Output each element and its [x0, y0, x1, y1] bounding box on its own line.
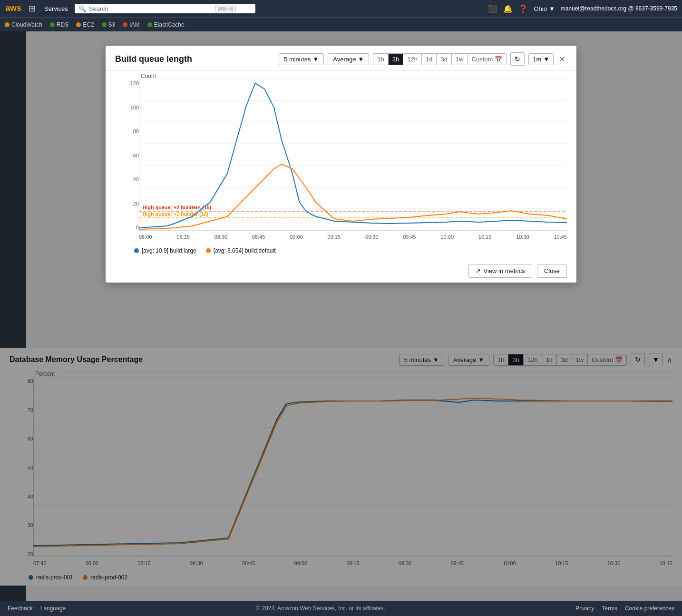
period-1d-button[interactable]: 1d: [422, 54, 437, 65]
terminal-icon[interactable]: ⬛: [488, 4, 497, 13]
x-label-0800: 08:00: [139, 234, 152, 240]
time-granularity-selector[interactable]: 5 minutes ▼: [279, 53, 324, 65]
sidebar-item-cloudwatch[interactable]: CloudWatch: [5, 21, 42, 28]
x-label-1000: 10:00: [441, 234, 454, 240]
legend-item-large: [avg: 10.9] build:large: [134, 247, 196, 254]
top-navigation: aws ⊞ Services 🔍 [Alt+S] ⬛ 🔔 ❓ Ohio ▼ ma…: [0, 0, 682, 17]
bell-icon[interactable]: 🔔: [503, 4, 513, 13]
y-label-80: 80: [133, 128, 139, 134]
period-3d-button[interactable]: 3d: [437, 54, 451, 65]
help-icon[interactable]: ❓: [518, 4, 528, 13]
user-menu[interactable]: manuel@readthedocs.org @ 8637-3599-7935: [561, 5, 677, 12]
rds-label: RDS: [57, 21, 68, 28]
sidebar-item-ec2[interactable]: EC2: [76, 21, 94, 28]
chevron-down-icon: ▼: [549, 5, 555, 12]
chevron-down-icon: ▼: [543, 56, 549, 63]
grid-icon[interactable]: ⊞: [27, 2, 38, 15]
legend-label-large: [avg: 10.9] build:large: [142, 247, 196, 254]
chart-area: 120 100 80 60 40 20 0 Count: [106, 71, 576, 259]
x-label-1015: 10:15: [478, 234, 492, 240]
cloudwatch-label: CloudWatch: [11, 21, 42, 28]
stat-label: Average: [333, 56, 356, 63]
y-label-40: 40: [133, 176, 139, 182]
ec2-icon: [76, 22, 81, 27]
x-label-0845: 08:45: [252, 234, 265, 240]
sidebar-item-rds[interactable]: RDS: [50, 21, 68, 28]
search-icon: 🔍: [78, 5, 86, 12]
feedback-link[interactable]: Feedback: [8, 605, 33, 612]
ec2-label: EC2: [83, 21, 94, 28]
privacy-link[interactable]: Privacy: [575, 605, 594, 612]
refresh-button[interactable]: ↻: [510, 52, 525, 66]
period-3h-button[interactable]: 3h: [389, 54, 403, 65]
chevron-down-icon: ▼: [358, 56, 364, 63]
x-label-0900: 09:00: [290, 234, 303, 240]
sidebar-item-s3[interactable]: S3: [102, 21, 116, 28]
iam-icon: [123, 22, 127, 27]
sidebar-item-iam[interactable]: IAM: [123, 21, 139, 28]
region-label: Ohio: [534, 5, 546, 12]
cloudwatch-icon: [5, 22, 10, 27]
nav-right-section: ⬛ 🔔 ❓ Ohio ▼ manuel@readthedocs.org @ 86…: [488, 4, 677, 13]
search-input[interactable]: [89, 5, 213, 12]
modal-footer: ↗ View in metrics Close: [106, 259, 576, 283]
period-custom-button[interactable]: Custom 📅: [468, 54, 507, 65]
x-label-0815: 08:15: [176, 234, 190, 240]
view-metrics-label: View in metrics: [484, 267, 525, 274]
period-1h-button[interactable]: 1h: [373, 54, 388, 65]
main-content: Build queue length 5 minutes ▼ Average ▼…: [0, 31, 682, 601]
x-axis: 08:00 08:15 08:30 08:45 09:00 09:15 09:3…: [139, 232, 567, 240]
period-12h-button[interactable]: 12h: [403, 54, 422, 65]
language-link[interactable]: Language: [40, 605, 66, 612]
x-label-0830: 08:30: [214, 234, 228, 240]
period-1w-button[interactable]: 1w: [452, 54, 468, 65]
chevron-down-icon: ▼: [312, 56, 319, 63]
aws-logo[interactable]: aws: [5, 3, 23, 14]
terms-link[interactable]: Terms: [602, 605, 617, 612]
y-axis-label: Count: [141, 73, 156, 79]
x-label-1045: 10:45: [554, 234, 567, 240]
footer-left: Feedback Language: [8, 605, 66, 612]
legend-label-default: [avg: 3.654] build:default: [214, 247, 276, 254]
iam-label: IAM: [129, 21, 139, 28]
region-selector[interactable]: Ohio ▼: [534, 5, 555, 12]
s3-label: S3: [108, 21, 116, 28]
modal-controls: 5 minutes ▼ Average ▼ 1h 3h 12h 1d 3d 1w: [279, 52, 567, 66]
close-button[interactable]: Close: [537, 264, 567, 278]
search-bar[interactable]: 🔍 [Alt+S]: [75, 4, 255, 13]
interval-selector[interactable]: 1m ▼: [528, 53, 554, 65]
y-label-100: 100: [130, 105, 139, 110]
services-menu-button[interactable]: Services: [41, 4, 71, 13]
custom-label: Custom: [472, 56, 493, 63]
legend-dot-large: [134, 248, 139, 253]
svg-text:aws: aws: [5, 3, 21, 13]
chart-svg: High queue: +2 builders (15) High queue:…: [139, 78, 567, 231]
svg-text:High queue: +1 builder (10): High queue: +1 builder (10): [143, 211, 209, 217]
refresh-icon: ↻: [515, 55, 520, 63]
elasticache-label: ElastiCache: [154, 21, 185, 28]
x-label-0915: 09:15: [328, 234, 341, 240]
external-link-icon: ↗: [476, 267, 481, 274]
close-modal-button[interactable]: ×: [557, 54, 567, 65]
x-label-0930: 09:30: [365, 234, 379, 240]
chart-legend: [avg: 10.9] build:large [avg: 3.654] bui…: [115, 244, 567, 254]
sidebar-item-elasticache[interactable]: ElastiCache: [147, 21, 185, 28]
legend-item-default: [avg: 3.654] build:default: [206, 247, 276, 254]
calendar-icon: 📅: [495, 56, 502, 63]
time-period-selector: 1h 3h 12h 1d 3d 1w Custom 📅: [373, 53, 507, 65]
s3-icon: [102, 22, 107, 27]
modal-title: Build queue length: [115, 54, 273, 64]
cookie-preferences-link[interactable]: Cookie preferences: [625, 605, 674, 612]
y-label-20: 20: [133, 201, 139, 206]
x-label-0945: 09:45: [403, 234, 416, 240]
rds-icon: [50, 22, 55, 27]
page-footer: Feedback Language © 2023, Amazon Web Ser…: [0, 601, 682, 616]
stat-selector[interactable]: Average ▼: [328, 53, 369, 65]
build-queue-modal: Build queue length 5 minutes ▼ Average ▼…: [106, 46, 576, 283]
view-in-metrics-button[interactable]: ↗ View in metrics: [468, 264, 532, 278]
interval-label: 1m: [533, 56, 541, 63]
legend-dot-default: [206, 248, 211, 253]
time-granularity-label: 5 minutes: [284, 56, 311, 63]
search-shortcut: [Alt+S]: [215, 5, 236, 12]
footer-right: Privacy Terms Cookie preferences: [575, 605, 674, 612]
